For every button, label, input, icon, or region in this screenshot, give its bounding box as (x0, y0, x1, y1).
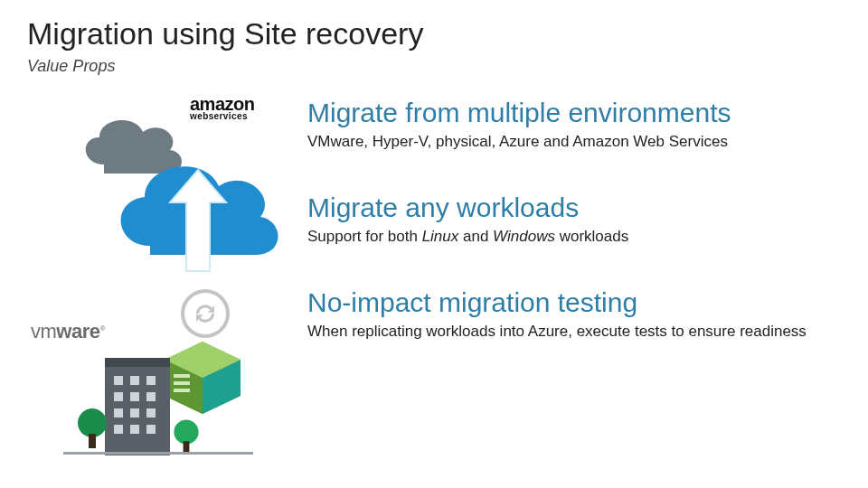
vmware-logo-reg: ® (99, 324, 104, 333)
svg-rect-7 (63, 452, 253, 455)
tree-icon (174, 419, 198, 444)
ground-line (63, 452, 253, 457)
illustration-column: amazon webservices (27, 92, 289, 443)
server-icon (165, 342, 241, 414)
illustration (27, 99, 289, 443)
em-text: Linux (422, 228, 459, 245)
text: Support for both (307, 228, 422, 245)
vmware-logo-suffix: ware (56, 320, 99, 343)
content-column: Migrate from multiple environments VMwar… (307, 92, 841, 443)
section-heading: No-impact migration testing (307, 287, 841, 318)
sync-badge (181, 289, 230, 338)
section-body: When replicating workloads into Azure, e… (307, 322, 841, 343)
svg-rect-6 (174, 389, 190, 392)
section-heading: Migrate any workloads (307, 192, 841, 223)
svg-rect-4 (174, 374, 190, 378)
vmware-logo-prefix: vm (31, 320, 56, 343)
section-body: VMware, Hyper-V, physical, Azure and Ama… (307, 132, 841, 153)
upload-arrow-icon (163, 164, 233, 273)
sync-icon (192, 300, 219, 327)
section-1: Migrate from multiple environments VMwar… (307, 98, 841, 153)
vmware-logo: vmware® (31, 320, 105, 343)
section-body: Support for both Linux and Windows workl… (307, 227, 841, 248)
text: workloads (555, 228, 628, 245)
slide-subtitle: Value Props (27, 57, 841, 76)
slide-body: amazon webservices (27, 92, 841, 443)
section-3: No-impact migration testing When replica… (307, 287, 841, 343)
building-icon (105, 367, 170, 455)
text: and (458, 228, 493, 245)
section-heading: Migrate from multiple environments (307, 98, 841, 128)
svg-rect-5 (174, 381, 190, 385)
em-text: Windows (493, 228, 555, 245)
slide-title: Migration using Site recovery (27, 16, 841, 52)
tree-icon (78, 408, 107, 437)
slide: Migration using Site recovery Value Prop… (0, 0, 868, 488)
section-2: Migrate any workloads Support for both L… (307, 192, 841, 248)
